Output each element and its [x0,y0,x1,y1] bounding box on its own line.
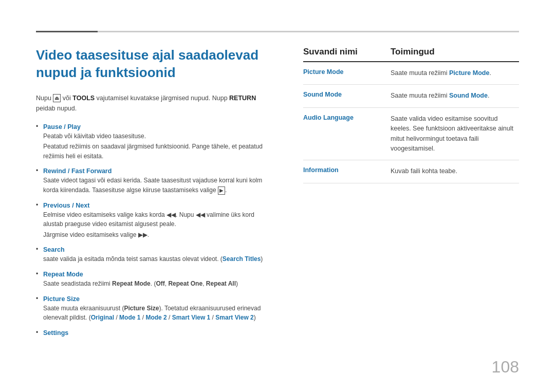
list-item: Rewind / Fast Forward Saate videot tagas… [36,167,272,195]
col-header-toimingud: Toimingud [391,47,519,57]
page-title: Video taasesituse ajal saadaolevad nupud… [36,47,272,82]
bullet-heading-previous-next: Previous / Next [43,202,89,209]
table-row: Sound Mode Saate muuta režiimi Sound Mod… [303,85,519,107]
right-column: Suvandi nimi Toimingud Picture Mode Saat… [293,47,519,371]
cell-suvandi: Picture Mode [303,68,370,76]
bullet-heading-pause-play: Pause / Play [43,123,81,130]
top-decorative-lines [36,31,519,32]
bullet-text: Saate seadistada režiimi Repeat Mode. (O… [43,279,272,289]
cell-toimingud: Kuvab faili kohta teabe. [391,166,519,176]
features-list: Pause / Play Peatab või käivitab video t… [36,123,272,337]
cell-toimingud: Saate valida video esitamise soovitud ke… [391,114,519,154]
cell-suvandi: Information [303,166,370,174]
list-item: Picture Size Saate muuta ekraanisuurust … [36,295,272,323]
list-item: Settings [36,329,272,337]
bullet-text: Peatab või käivitab video taasesituse. [43,132,272,141]
bullet-text: Saate videot tagasi või edasi kerida. Sa… [43,176,272,195]
bullet-heading-settings: Settings [43,329,68,337]
cell-toimingud: Saate muuta režiimi Sound Mode. [391,91,519,101]
cell-suvandi: Audio Language [303,114,370,121]
table-row: Information Kuvab faili kohta teabe. [303,160,519,183]
col-header-suvandi: Suvandi nimi [303,47,370,57]
page-number: 108 [492,358,519,377]
list-item: Previous / Next Eelmise video esitamisek… [36,201,272,240]
list-item: Search saate valida ja esitada mõnda tei… [36,246,272,264]
bullet-text: Peatatud režiimis on saadaval järgmised … [43,142,272,161]
bullet-heading-repeat: Repeat Mode [43,271,83,278]
play-icon: ▶ [218,186,225,195]
list-item: Pause / Play Peatab või käivitab video t… [36,123,272,161]
table-header: Suvandi nimi Toimingud [303,47,519,62]
tool-icon: ⏏ [53,94,61,102]
bullet-text: Saate muuta ekraanisuurust (Picture Size… [43,304,272,323]
left-column: Video taasesituse ajal saadaolevad nupud… [36,47,272,371]
cell-suvandi: Sound Mode [303,91,370,98]
bullet-text: Järgmise video esitamiseks valige ▶▶. [43,230,272,240]
intro-paragraph: Nupu ⏏ või TOOLS vajutamisel kuvatakse j… [36,93,272,114]
bullet-heading-search: Search [43,246,65,253]
list-item: Repeat Mode Saate seadistada režiimi Rep… [36,270,272,289]
bullet-text: Eelmise video esitamiseks valige kaks ko… [43,210,272,229]
bullet-text: saate valida ja esitada mõnda teist sama… [43,254,272,264]
top-line-dark [36,31,98,32]
top-line-light [98,31,519,32]
table-row: Audio Language Saate valida video esitam… [303,108,519,161]
table-row: Picture Mode Saate muuta režiimi Picture… [303,62,519,85]
bullet-heading-rewind: Rewind / Fast Forward [43,167,112,175]
cell-toimingud: Saate muuta režiimi Picture Mode. [391,68,519,78]
bullet-heading-picture-size: Picture Size [43,295,80,303]
